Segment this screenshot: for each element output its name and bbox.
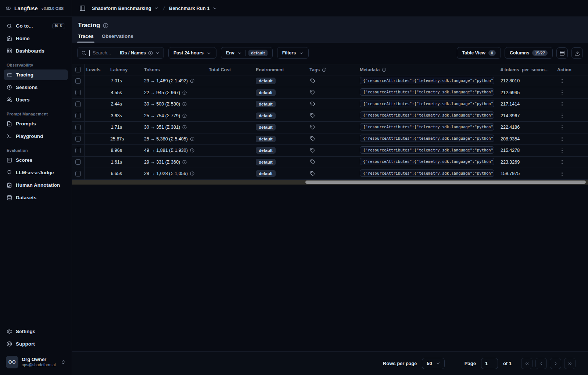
table-row[interactable]: 6.65s 28 → 1,028 (Σ 1,056) default (72, 168, 588, 180)
table-row[interactable]: 1.61s 29 → 331 (Σ 360) default (72, 156, 588, 168)
env-filter-dropdown[interactable]: Env default (221, 47, 273, 59)
table-row[interactable]: 8.96s 49 → 1,881 (Σ 1,930) default (72, 145, 588, 157)
last-page-button[interactable] (564, 358, 576, 369)
row-actions-menu-button[interactable] (557, 112, 567, 119)
metadata-json-preview[interactable]: {"resourceAttributes":{"telemetry.sdk.la… (360, 88, 494, 96)
horizontal-scrollbar[interactable] (72, 180, 588, 185)
row-actions-menu-button[interactable] (557, 124, 567, 131)
row-actions-menu-button[interactable] (557, 100, 567, 108)
table-row[interactable]: 7.01s 23 → 1,469 (Σ 1,492) default (72, 75, 588, 87)
metadata-json-preview[interactable]: {"resourceAttributes":{"telemetry.sdk.la… (360, 77, 494, 84)
sidebar-item-tracing[interactable]: Tracing (4, 69, 68, 80)
row-checkbox[interactable] (75, 171, 81, 176)
column-header-tags[interactable]: Tags (308, 64, 358, 75)
row-checkbox[interactable] (75, 136, 81, 142)
sidebar-item-human-annotation[interactable]: Human Annotation (4, 180, 68, 190)
sidebar-item-datasets[interactable]: Datasets (4, 192, 68, 203)
sidebar-item-dashboards[interactable]: Dashboards (4, 46, 68, 56)
keyboard-shortcut-badge: ⌘ K (52, 23, 65, 29)
export-button[interactable] (571, 47, 583, 59)
goto-search-button[interactable]: Go to... ⌘ K (4, 21, 68, 31)
columns-button[interactable]: Columns 15/27 (505, 47, 553, 59)
tag-button[interactable] (309, 78, 316, 84)
sidebar-item-prompts[interactable]: Prompts (4, 118, 68, 129)
time-range-dropdown[interactable]: Past 24 hours (168, 47, 216, 59)
sidebar-item-llm-as-a-judge[interactable]: LLM-as-a-Judge (4, 167, 68, 178)
metadata-json-preview[interactable]: {"resourceAttributes":{"telemetry.sdk.la… (360, 169, 494, 177)
search-scope-selector[interactable]: IDs / Names (120, 50, 160, 56)
sidebar-item-home[interactable]: Home (4, 33, 68, 44)
sidebar-item-sessions[interactable]: Sessions (4, 82, 68, 93)
metadata-json-preview[interactable]: {"resourceAttributes":{"telemetry.sdk.la… (360, 158, 494, 165)
row-checkbox[interactable] (75, 159, 81, 165)
column-header-total-cost[interactable]: Total Cost (207, 64, 254, 75)
org-user-menu[interactable]: OO Org Owner ops@shadeform.ai (4, 354, 68, 371)
table-row[interactable]: 25.87s 25 → 5,380 (Σ 5,405) default (72, 133, 588, 145)
column-header-tokens-per-second[interactable]: # tokens_per_secon... (499, 64, 556, 75)
row-actions-menu-button[interactable] (557, 89, 567, 96)
table-row[interactable]: 3.63s 25 → 754 (Σ 779) default (72, 110, 588, 122)
metadata-json-preview[interactable]: {"resourceAttributes":{"telemetry.sdk.la… (360, 111, 494, 119)
previous-page-button[interactable] (535, 358, 547, 369)
row-checkbox[interactable] (75, 125, 81, 130)
tag-button[interactable] (309, 158, 316, 165)
cell-tokens: 22 → 945 (Σ 967) (143, 87, 207, 99)
row-actions-menu-button[interactable] (557, 170, 567, 178)
filters-dropdown[interactable]: Filters (277, 47, 309, 59)
scrollbar-thumb[interactable] (305, 181, 586, 184)
row-checkbox[interactable] (75, 90, 81, 95)
tag-button[interactable] (309, 101, 316, 107)
cell-tokens: 23 → 1,469 (Σ 1,492) (143, 75, 207, 87)
sidebar-item-settings[interactable]: Settings (4, 326, 68, 337)
cell-latency: 1.71s (109, 122, 143, 133)
tag-button[interactable] (309, 124, 316, 131)
column-header-levels[interactable]: Levels (85, 64, 109, 75)
metadata-json-preview[interactable]: {"resourceAttributes":{"telemetry.sdk.la… (360, 146, 494, 154)
select-all-checkbox[interactable] (75, 67, 81, 72)
environment-badge: default (256, 89, 276, 96)
page-number-input[interactable] (481, 358, 498, 369)
column-header-metadata[interactable]: Metadata (358, 64, 499, 75)
table-row[interactable]: 2.44s 30 → 500 (Σ 530) default (72, 99, 588, 110)
tag-button[interactable] (309, 147, 316, 154)
rows-per-page-select[interactable]: 50 (422, 358, 444, 369)
row-actions-menu-button[interactable] (557, 158, 567, 166)
sidebar-item-playground[interactable]: Playground (4, 131, 68, 142)
column-header-latency[interactable]: Latency (109, 64, 143, 75)
tab-observations[interactable]: Observations (102, 33, 133, 43)
row-actions-menu-button[interactable] (557, 135, 567, 143)
tag-button[interactable] (309, 89, 316, 96)
metadata-json-preview[interactable]: {"resourceAttributes":{"telemetry.sdk.la… (360, 135, 494, 142)
table-row[interactable]: 4.55s 22 → 945 (Σ 967) default (72, 87, 588, 99)
breadcrumb-project[interactable]: Benchmark Run 1 (168, 4, 218, 12)
search-input[interactable]: Search... IDs / Names (77, 47, 164, 59)
column-header-environment[interactable]: Environment (254, 64, 308, 75)
row-checkbox[interactable] (75, 113, 81, 118)
tag-button[interactable] (309, 170, 316, 177)
sidebar-item-scores[interactable]: Scores (4, 155, 68, 165)
cell-latency: 2.44s (109, 99, 143, 110)
column-header-tokens[interactable]: Tokens (143, 64, 207, 75)
metadata-json-preview[interactable]: {"resourceAttributes":{"telemetry.sdk.la… (360, 123, 494, 131)
row-height-button[interactable] (556, 47, 568, 59)
table-view-button[interactable]: Table View 0 (457, 47, 501, 59)
row-checkbox[interactable] (75, 148, 81, 153)
sidebar-item-users[interactable]: Users (4, 94, 68, 105)
kebab-menu-icon (559, 78, 565, 84)
tag-button[interactable] (309, 112, 316, 119)
next-page-button[interactable] (550, 358, 561, 369)
breadcrumb-org[interactable]: Shadeform Benchmarking (91, 4, 159, 12)
sidebar-item-support[interactable]: Support (4, 339, 68, 349)
tag-button[interactable] (309, 135, 316, 142)
row-actions-menu-button[interactable] (557, 147, 567, 154)
table-row[interactable]: 1.71s 30 → 351 (Σ 381) default (72, 122, 588, 133)
first-page-button[interactable] (521, 358, 533, 369)
row-actions-menu-button[interactable] (557, 77, 567, 85)
row-checkbox[interactable] (75, 101, 81, 107)
tokens-value: 28 → 1,028 (Σ 1,056) (144, 171, 188, 176)
sidebar-toggle-button[interactable] (77, 3, 87, 14)
tab-traces[interactable]: Traces (78, 33, 94, 43)
info-icon (182, 102, 187, 106)
row-checkbox[interactable] (75, 78, 81, 84)
metadata-json-preview[interactable]: {"resourceAttributes":{"telemetry.sdk.la… (360, 100, 494, 107)
